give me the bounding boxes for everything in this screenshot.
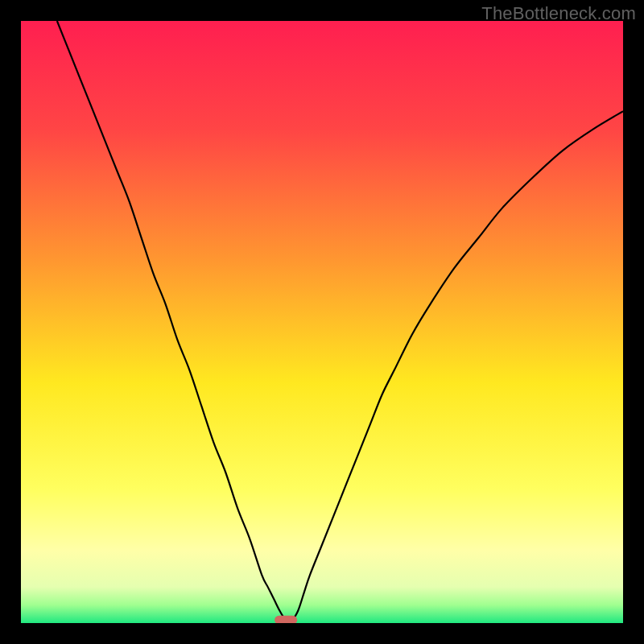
plot-area — [21, 21, 623, 623]
optimal-marker — [275, 616, 297, 623]
chart-svg — [21, 21, 623, 623]
watermark-text: TheBottleneck.com — [481, 3, 636, 24]
gradient-background — [21, 21, 623, 623]
chart-container: TheBottleneck.com — [0, 0, 644, 644]
